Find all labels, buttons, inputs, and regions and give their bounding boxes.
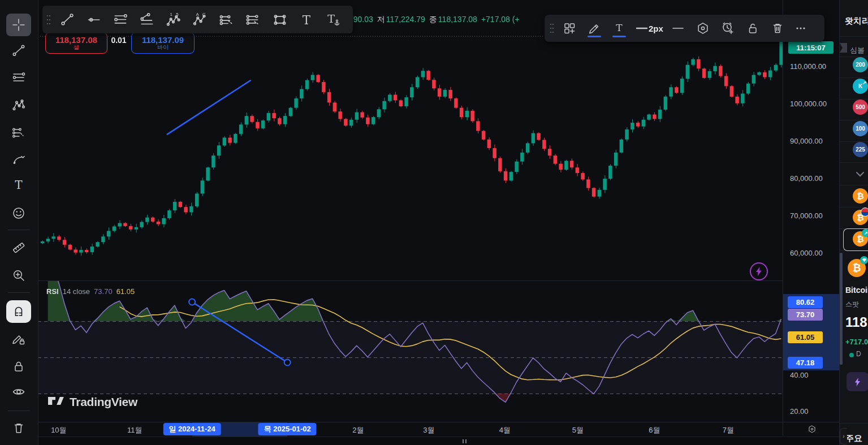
hide-all-drawings-button[interactable]: [6, 381, 31, 403]
watchlist-coin-0[interactable]: ₿: [853, 188, 868, 204]
palette-elliott-impulse-button[interactable]: 1 5: [160, 8, 187, 32]
rsi-title: RSI: [46, 287, 59, 296]
lock-icon: [11, 358, 27, 374]
horizontal-ray-icon: [85, 11, 102, 28]
pane-separator[interactable]: [38, 280, 783, 281]
palette-anchored-text-button[interactable]: T: [319, 8, 346, 32]
separator: [840, 77, 868, 78]
watchlist-selected-row-outline: [843, 228, 868, 251]
forecast-tool-button[interactable]: [6, 121, 31, 144]
symbol-market-type: 스팟: [845, 300, 859, 309]
palette-horizontal-ray-button[interactable]: [80, 8, 107, 32]
watchlist-symbol-100[interactable]: 100: [853, 121, 868, 136]
tradingview-logo-icon: [47, 395, 64, 409]
trend-line-icon: [59, 11, 76, 28]
spread-value: 0.01: [106, 36, 131, 45]
symbol-price: 118,137.08: [845, 314, 868, 330]
price-axis[interactable]: 11:15:07 110,000.00100,000.0090,000.0080…: [783, 0, 840, 422]
palette-trend-based-fib-button[interactable]: [133, 8, 160, 32]
palette-projection-button[interactable]: [213, 8, 240, 32]
fib-retracement-tool-button[interactable]: [6, 66, 31, 89]
sell-label: 셀: [74, 45, 79, 51]
tradingview-logo[interactable]: TradingView: [47, 395, 137, 409]
format-toolbar-drag-handle[interactable]: [547, 16, 557, 40]
color-pencil-button[interactable]: [582, 16, 607, 40]
stay-in-drawing-mode-button[interactable]: [6, 328, 31, 351]
symbol-name[interactable]: Bitcoin: [845, 286, 868, 295]
ellipsis-icon: [793, 20, 809, 36]
palette-trend-line-button[interactable]: [54, 8, 80, 32]
time-axis[interactable]: 10월11월2월3월4월5월6월7월일 2024-11-24목 2025-01-…: [38, 422, 839, 437]
ohlc-legend[interactable]: 190.03 저 117,224.79 종 118,137.08 +717.08…: [349, 15, 520, 25]
drawing-format-toolbar: T 2px: [545, 15, 824, 42]
section-title: 주요: [845, 433, 862, 444]
lock-all-drawings-button[interactable]: [6, 355, 31, 378]
delete-drawing-button[interactable]: [765, 16, 790, 40]
palette-abcd-pattern-button[interactable]: A C: [187, 8, 213, 32]
watchlist-panel: 왓치리스트 심볼 200K↗500100225₿₿₿↗ ₿ Bitcoin 스팟…: [839, 0, 868, 445]
template-button[interactable]: [557, 16, 582, 40]
text-icon: T: [611, 20, 627, 36]
toolbar-divider: [8, 411, 30, 411]
tradingview-logo-text: TradingView: [70, 395, 137, 409]
trend-line-tool-button[interactable]: [6, 40, 31, 62]
sell-button[interactable]: 118,137.08 셀: [45, 32, 107, 54]
text-tool-button[interactable]: T: [6, 174, 31, 196]
panel-collapse-handle[interactable]: ›: [840, 428, 847, 444]
bar-countdown: 11:15:07: [788, 41, 834, 54]
trend-based-fib-icon: [139, 11, 156, 28]
palette-fib-retracement-button[interactable]: [107, 8, 133, 32]
quick-trade-button[interactable]: [750, 262, 768, 280]
rsi-legend[interactable]: RSI 14 close 73.70 61.05: [46, 287, 135, 296]
watchlist-tab-symbol[interactable]: 심볼: [850, 45, 865, 55]
more-options-button[interactable]: [790, 16, 811, 40]
watchlist-expand-chevron-icon[interactable]: [856, 169, 865, 179]
time-axis-month-label: 11월: [127, 425, 142, 435]
axis-settings-corner[interactable]: [783, 422, 839, 436]
footer-tick: [463, 439, 464, 443]
remove-objects-button[interactable]: [6, 417, 31, 439]
buy-label: 바이: [157, 45, 169, 51]
price-tick: 100,000.00: [790, 100, 827, 108]
legend-close-label: 종: [429, 15, 437, 25]
palette-text-button[interactable]: T: [293, 8, 319, 32]
buy-button[interactable]: 118,137.09 바이: [131, 32, 195, 54]
anchor-date-badge: 일 2024-11-24: [163, 423, 221, 435]
zoom-in-tool-button[interactable]: [6, 264, 31, 287]
svg-text:T: T: [302, 12, 310, 27]
panel-scrollbar[interactable]: [840, 253, 843, 365]
text-color-button[interactable]: T: [607, 16, 632, 40]
watchlist-coin-1[interactable]: ₿: [853, 210, 868, 225]
watchlist-symbol-200[interactable]: 200: [853, 57, 868, 72]
sell-price: 118,137.08: [55, 36, 97, 45]
market-status-dot: [849, 353, 854, 357]
magnet-tool-button[interactable]: [6, 300, 31, 323]
watchlist-symbol-500[interactable]: 500: [853, 100, 868, 115]
palette-drag-handle[interactable]: [44, 8, 54, 32]
rsi-chart-canvas[interactable]: [38, 280, 783, 422]
line-width-button[interactable]: [632, 16, 652, 40]
palette-rectangle-button[interactable]: [266, 8, 293, 32]
elliott-impulse-icon: 1 5: [165, 11, 182, 28]
svg-text:T: T: [327, 12, 335, 25]
quick-order-button[interactable]: [847, 372, 868, 391]
lock-drawing-button[interactable]: [740, 16, 765, 40]
rsi-params: 14 close: [63, 287, 90, 296]
emoji-tool-button[interactable]: [6, 202, 31, 224]
measure-tool-button[interactable]: [6, 236, 31, 259]
crosshair-tool-button[interactable]: [6, 14, 31, 36]
price-tick: 90,000.00: [790, 137, 823, 145]
rectangle-icon: [271, 11, 288, 28]
add-alert-button[interactable]: [715, 16, 740, 40]
legend-low-value: 117,224.79: [386, 15, 425, 25]
palette-long-position-button[interactable]: [240, 8, 266, 32]
anchored-text-icon: T: [325, 11, 342, 28]
xabcd-pattern-tool-button[interactable]: [6, 94, 31, 116]
flag-icon[interactable]: [840, 43, 847, 53]
brush-tool-button[interactable]: [6, 148, 31, 171]
svg-text:1: 1: [170, 11, 172, 16]
line-style-button[interactable]: [666, 16, 690, 40]
settings-button[interactable]: [690, 16, 715, 40]
watchlist-symbol-k[interactable]: K↗: [853, 79, 868, 94]
watchlist-symbol-225[interactable]: 225: [853, 142, 868, 157]
